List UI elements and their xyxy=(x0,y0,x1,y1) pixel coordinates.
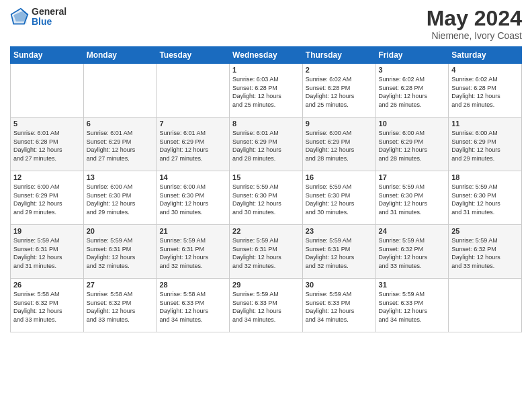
day-info-25: Sunrise: 5:59 AM Sunset: 6:32 PM Dayligh… xyxy=(451,236,519,270)
calendar-cell-0-5: 3Sunrise: 6:02 AM Sunset: 6:28 PM Daylig… xyxy=(375,64,449,118)
calendar-cell-1-6: 11Sunrise: 6:00 AM Sunset: 6:29 PM Dayli… xyxy=(449,118,522,171)
day-number-1: 1 xyxy=(232,66,300,74)
day-number-14: 14 xyxy=(159,173,226,181)
day-number-28: 28 xyxy=(159,281,226,289)
day-info-30: Sunrise: 5:59 AM Sunset: 6:33 PM Dayligh… xyxy=(306,290,373,324)
day-info-17: Sunrise: 5:59 AM Sunset: 6:30 PM Dayligh… xyxy=(379,183,446,216)
calendar-cell-4-3: 29Sunrise: 5:59 AM Sunset: 6:33 PM Dayli… xyxy=(230,279,303,332)
day-number-11: 11 xyxy=(451,120,519,128)
day-number-13: 13 xyxy=(87,173,154,181)
day-info-13: Sunrise: 6:00 AM Sunset: 6:30 PM Dayligh… xyxy=(87,183,154,216)
day-info-15: Sunrise: 5:59 AM Sunset: 6:30 PM Dayligh… xyxy=(232,183,300,216)
day-number-26: 26 xyxy=(13,281,81,289)
day-info-12: Sunrise: 6:00 AM Sunset: 6:29 PM Dayligh… xyxy=(13,183,81,216)
day-info-18: Sunrise: 5:59 AM Sunset: 6:30 PM Dayligh… xyxy=(451,183,519,216)
day-info-19: Sunrise: 5:59 AM Sunset: 6:31 PM Dayligh… xyxy=(13,236,81,270)
day-number-19: 19 xyxy=(13,227,81,235)
calendar-cell-4-2: 28Sunrise: 5:58 AM Sunset: 6:33 PM Dayli… xyxy=(157,279,230,332)
day-info-1: Sunrise: 6:03 AM Sunset: 6:28 PM Dayligh… xyxy=(232,75,300,109)
calendar-cell-4-5: 31Sunrise: 5:59 AM Sunset: 6:33 PM Dayli… xyxy=(375,279,449,332)
day-number-18: 18 xyxy=(451,173,519,181)
day-info-21: Sunrise: 5:59 AM Sunset: 6:31 PM Dayligh… xyxy=(159,236,226,270)
logo: General Blue xyxy=(10,7,66,28)
day-info-2: Sunrise: 6:02 AM Sunset: 6:28 PM Dayligh… xyxy=(306,75,373,109)
calendar-cell-3-3: 22Sunrise: 5:59 AM Sunset: 6:31 PM Dayli… xyxy=(230,225,303,279)
day-number-23: 23 xyxy=(306,227,373,235)
calendar-cell-3-6: 25Sunrise: 5:59 AM Sunset: 6:32 PM Dayli… xyxy=(449,225,522,279)
day-number-17: 17 xyxy=(379,173,446,181)
day-number-25: 25 xyxy=(451,227,519,235)
header-wednesday: Wednesday xyxy=(230,47,303,64)
day-info-20: Sunrise: 5:59 AM Sunset: 6:31 PM Dayligh… xyxy=(87,236,154,270)
day-info-24: Sunrise: 5:59 AM Sunset: 6:32 PM Dayligh… xyxy=(379,236,446,270)
calendar-cell-0-4: 2Sunrise: 6:02 AM Sunset: 6:28 PM Daylig… xyxy=(302,64,375,118)
day-info-6: Sunrise: 6:01 AM Sunset: 6:29 PM Dayligh… xyxy=(87,129,154,163)
calendar-cell-3-1: 20Sunrise: 5:59 AM Sunset: 6:31 PM Dayli… xyxy=(83,225,157,279)
header-saturday: Saturday xyxy=(449,47,522,64)
calendar-cell-1-4: 9Sunrise: 6:00 AM Sunset: 6:29 PM Daylig… xyxy=(302,118,375,171)
calendar-cell-0-1 xyxy=(83,64,157,118)
day-info-27: Sunrise: 5:58 AM Sunset: 6:32 PM Dayligh… xyxy=(87,290,154,324)
day-info-5: Sunrise: 6:01 AM Sunset: 6:28 PM Dayligh… xyxy=(13,129,81,163)
day-number-24: 24 xyxy=(379,227,446,235)
calendar-cell-2-6: 18Sunrise: 5:59 AM Sunset: 6:30 PM Dayli… xyxy=(449,171,522,225)
calendar-cell-4-6 xyxy=(449,279,522,332)
day-number-2: 2 xyxy=(306,66,373,74)
day-info-16: Sunrise: 5:59 AM Sunset: 6:30 PM Dayligh… xyxy=(306,183,373,216)
day-number-10: 10 xyxy=(379,120,446,128)
page: General Blue May 2024 Niemene, Ivory Coa… xyxy=(0,0,532,411)
day-number-22: 22 xyxy=(232,227,300,235)
header: General Blue May 2024 Niemene, Ivory Coa… xyxy=(10,7,522,41)
day-number-5: 5 xyxy=(13,120,81,128)
calendar-cell-4-4: 30Sunrise: 5:59 AM Sunset: 6:33 PM Dayli… xyxy=(302,279,375,332)
day-info-4: Sunrise: 6:02 AM Sunset: 6:28 PM Dayligh… xyxy=(451,75,519,109)
header-tuesday: Tuesday xyxy=(157,47,230,64)
calendar-cell-2-3: 15Sunrise: 5:59 AM Sunset: 6:30 PM Dayli… xyxy=(230,171,303,225)
day-info-11: Sunrise: 6:00 AM Sunset: 6:29 PM Dayligh… xyxy=(451,129,519,163)
day-number-3: 3 xyxy=(379,66,446,74)
day-info-9: Sunrise: 6:00 AM Sunset: 6:29 PM Dayligh… xyxy=(306,129,373,163)
calendar-cell-2-4: 16Sunrise: 5:59 AM Sunset: 6:30 PM Dayli… xyxy=(302,171,375,225)
weekday-header-row: Sunday Monday Tuesday Wednesday Thursday… xyxy=(11,47,522,64)
week-row-3: 19Sunrise: 5:59 AM Sunset: 6:31 PM Dayli… xyxy=(11,225,522,279)
week-row-2: 12Sunrise: 6:00 AM Sunset: 6:29 PM Dayli… xyxy=(11,171,522,225)
day-number-6: 6 xyxy=(87,120,154,128)
day-number-8: 8 xyxy=(232,120,300,128)
logo-icon xyxy=(10,7,29,26)
month-year-title: May 2024 xyxy=(427,7,522,30)
week-row-1: 5Sunrise: 6:01 AM Sunset: 6:28 PM Daylig… xyxy=(11,118,522,171)
day-info-7: Sunrise: 6:01 AM Sunset: 6:29 PM Dayligh… xyxy=(159,129,226,163)
calendar-cell-2-1: 13Sunrise: 6:00 AM Sunset: 6:30 PM Dayli… xyxy=(83,171,157,225)
day-info-3: Sunrise: 6:02 AM Sunset: 6:28 PM Dayligh… xyxy=(379,75,446,109)
header-thursday: Thursday xyxy=(302,47,375,64)
day-info-29: Sunrise: 5:59 AM Sunset: 6:33 PM Dayligh… xyxy=(232,290,300,324)
day-number-30: 30 xyxy=(306,281,373,289)
day-info-23: Sunrise: 5:59 AM Sunset: 6:31 PM Dayligh… xyxy=(306,236,373,270)
day-info-10: Sunrise: 6:00 AM Sunset: 6:29 PM Dayligh… xyxy=(379,129,446,163)
calendar-cell-2-5: 17Sunrise: 5:59 AM Sunset: 6:30 PM Dayli… xyxy=(375,171,449,225)
calendar-cell-1-0: 5Sunrise: 6:01 AM Sunset: 6:28 PM Daylig… xyxy=(11,118,84,171)
calendar-cell-1-2: 7Sunrise: 6:01 AM Sunset: 6:29 PM Daylig… xyxy=(157,118,230,171)
day-info-8: Sunrise: 6:01 AM Sunset: 6:29 PM Dayligh… xyxy=(232,129,300,163)
week-row-0: 1Sunrise: 6:03 AM Sunset: 6:28 PM Daylig… xyxy=(11,64,522,118)
day-number-15: 15 xyxy=(232,173,300,181)
day-info-22: Sunrise: 5:59 AM Sunset: 6:31 PM Dayligh… xyxy=(232,236,300,270)
calendar-cell-2-2: 14Sunrise: 6:00 AM Sunset: 6:30 PM Dayli… xyxy=(157,171,230,225)
calendar-table: Sunday Monday Tuesday Wednesday Thursday… xyxy=(10,46,522,332)
week-row-4: 26Sunrise: 5:58 AM Sunset: 6:32 PM Dayli… xyxy=(11,279,522,332)
logo-text: General Blue xyxy=(32,7,66,28)
day-number-16: 16 xyxy=(306,173,373,181)
calendar-cell-1-1: 6Sunrise: 6:01 AM Sunset: 6:29 PM Daylig… xyxy=(83,118,157,171)
calendar-cell-0-2 xyxy=(157,64,230,118)
calendar-cell-0-6: 4Sunrise: 6:02 AM Sunset: 6:28 PM Daylig… xyxy=(449,64,522,118)
day-number-12: 12 xyxy=(13,173,81,181)
day-info-26: Sunrise: 5:58 AM Sunset: 6:32 PM Dayligh… xyxy=(13,290,81,324)
day-info-28: Sunrise: 5:58 AM Sunset: 6:33 PM Dayligh… xyxy=(159,290,226,324)
header-friday: Friday xyxy=(375,47,449,64)
day-number-27: 27 xyxy=(87,281,154,289)
day-number-7: 7 xyxy=(159,120,226,128)
calendar-cell-3-4: 23Sunrise: 5:59 AM Sunset: 6:31 PM Dayli… xyxy=(302,225,375,279)
calendar-cell-2-0: 12Sunrise: 6:00 AM Sunset: 6:29 PM Dayli… xyxy=(11,171,84,225)
calendar-cell-1-3: 8Sunrise: 6:01 AM Sunset: 6:29 PM Daylig… xyxy=(230,118,303,171)
day-number-9: 9 xyxy=(306,120,373,128)
